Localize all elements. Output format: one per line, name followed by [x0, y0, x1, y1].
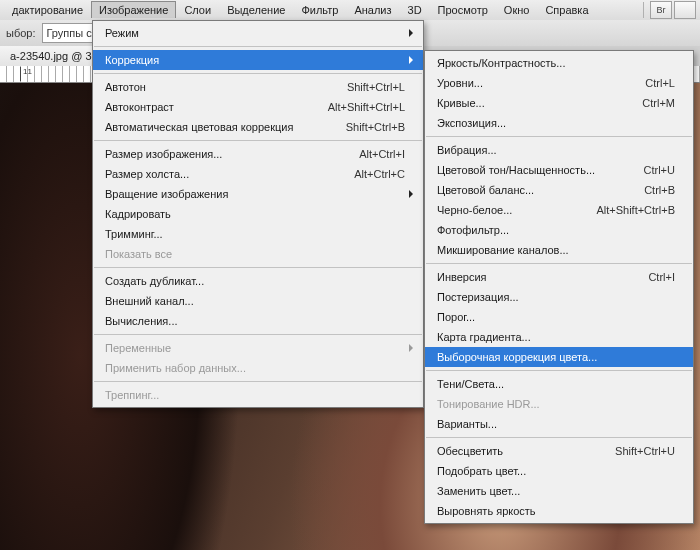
menu-окно[interactable]: Окно [496, 1, 538, 19]
adjust-menu-item[interactable]: Цветовой тон/Насыщенность...Ctrl+U [425, 160, 693, 180]
image-menu-item: Применить набор данных... [93, 358, 423, 378]
bridge-button[interactable]: Br [650, 1, 672, 19]
adjust-menu-item[interactable]: Тени/Света... [425, 374, 693, 394]
menu-item-label: Внешний канал... [105, 295, 405, 307]
menu-item-label: Микширование каналов... [437, 244, 675, 256]
image-menu-item: Показать все [93, 244, 423, 264]
image-menu-item[interactable]: Режим [93, 23, 423, 43]
separator [643, 2, 644, 18]
adjust-menu-item[interactable]: Микширование каналов... [425, 240, 693, 260]
menu-item-label: Подобрать цвет... [437, 465, 675, 477]
menu-item-label: Переменные [105, 342, 405, 354]
menu-item-label: Выровнять яркость [437, 505, 675, 517]
menubar-items: дактированиеИзображениеСлоиВыделениеФиль… [4, 4, 597, 16]
adjust-menu-item[interactable]: ИнверсияCtrl+I [425, 267, 693, 287]
menu-изображение[interactable]: Изображение [91, 1, 176, 18]
menu-item-label: Кривые... [437, 97, 618, 109]
menu-item-label: Черно-белое... [437, 204, 572, 216]
image-menu-item[interactable]: Создать дубликат... [93, 271, 423, 291]
menu-item-label: Цветовой баланс... [437, 184, 620, 196]
adjust-menu-item: Тонирование HDR... [425, 394, 693, 414]
menu-item-label: Яркость/Контрастность... [437, 57, 675, 69]
adjust-menu-item[interactable]: Яркость/Контрастность... [425, 53, 693, 73]
image-menu-item[interactable]: Размер холста...Alt+Ctrl+C [93, 164, 423, 184]
menu-item-shortcut: Alt+Shift+Ctrl+B [596, 204, 675, 216]
image-menu-item[interactable]: АвтоконтрастAlt+Shift+Ctrl+L [93, 97, 423, 117]
menu-дактирование[interactable]: дактирование [4, 1, 91, 19]
menu-item-label: Уровни... [437, 77, 621, 89]
adjust-menu-item[interactable]: Кривые...Ctrl+M [425, 93, 693, 113]
menu-item-label: Инверсия [437, 271, 624, 283]
image-menu-item[interactable]: Внешний канал... [93, 291, 423, 311]
menu-item-label: Заменить цвет... [437, 485, 675, 497]
adjust-menu-item[interactable]: Постеризация... [425, 287, 693, 307]
menu-слои[interactable]: Слои [176, 1, 219, 19]
menu-item-label: Режим [105, 27, 405, 39]
menu-item-label: Автоматическая цветовая коррекция [105, 121, 322, 133]
menu-3d[interactable]: 3D [400, 1, 430, 19]
adjust-menu-item[interactable]: Подобрать цвет... [425, 461, 693, 481]
adjust-menu-item[interactable]: Выборочная коррекция цвета... [425, 347, 693, 367]
menu-item-label: Цветовой тон/Насыщенность... [437, 164, 620, 176]
menu-item-label: Автоконтраст [105, 101, 304, 113]
menu-item-shortcut: Ctrl+I [648, 271, 675, 283]
adjust-menu-item[interactable]: ОбесцветитьShift+Ctrl+U [425, 441, 693, 461]
image-menu-item: Треппинг... [93, 385, 423, 405]
menu-item-label: Постеризация... [437, 291, 675, 303]
menu-item-shortcut: Alt+Ctrl+I [359, 148, 405, 160]
menu-фильтр[interactable]: Фильтр [293, 1, 346, 19]
menu-справка[interactable]: Справка [537, 1, 596, 19]
adjust-menu-item[interactable]: Выровнять яркость [425, 501, 693, 521]
menu-item-label: Коррекция [105, 54, 405, 66]
menu-item-label: Вибрация... [437, 144, 675, 156]
menu-item-label: Размер холста... [105, 168, 330, 180]
menu-item-label: Автотон [105, 81, 323, 93]
menu-item-shortcut: Shift+Ctrl+U [615, 445, 675, 457]
menu-item-label: Треппинг... [105, 389, 405, 401]
menu-item-label: Создать дубликат... [105, 275, 405, 287]
menu-item-shortcut: Alt+Ctrl+C [354, 168, 405, 180]
menu-item-label: Экспозиция... [437, 117, 675, 129]
menu-выделение[interactable]: Выделение [219, 1, 293, 19]
image-menu-item[interactable]: Тримминг... [93, 224, 423, 244]
adjust-menu-item[interactable]: Вибрация... [425, 140, 693, 160]
adjust-menu-item[interactable]: Черно-белое...Alt+Shift+Ctrl+B [425, 200, 693, 220]
menu-item-shortcut: Ctrl+M [642, 97, 675, 109]
adjust-menu-item[interactable]: Карта градиента... [425, 327, 693, 347]
menu-item-label: Тени/Света... [437, 378, 675, 390]
menu-item-label: Фотофильтр... [437, 224, 675, 236]
image-menu-item[interactable]: Вращение изображения [93, 184, 423, 204]
menu-анализ[interactable]: Анализ [346, 1, 399, 19]
menu-item-shortcut: Shift+Ctrl+B [346, 121, 405, 133]
menu-item-label: Тримминг... [105, 228, 405, 240]
menu-item-label: Выборочная коррекция цвета... [437, 351, 675, 363]
menu-item-shortcut: Alt+Shift+Ctrl+L [328, 101, 405, 113]
menu-item-label: Порог... [437, 311, 675, 323]
image-menu-item[interactable]: Автоматическая цветовая коррекцияShift+C… [93, 117, 423, 137]
image-menu-item[interactable]: АвтотонShift+Ctrl+L [93, 77, 423, 97]
menu-item-label: Варианты... [437, 418, 675, 430]
menubar: дактированиеИзображениеСлоиВыделениеФиль… [0, 0, 700, 21]
adjust-menu-item[interactable]: Экспозиция... [425, 113, 693, 133]
image-menu-item[interactable]: Кадрировать [93, 204, 423, 224]
adjust-menu-item[interactable]: Варианты... [425, 414, 693, 434]
toolbar-icon[interactable] [674, 1, 696, 19]
adjust-menu-item[interactable]: Порог... [425, 307, 693, 327]
adjust-menu-item[interactable]: Уровни...Ctrl+L [425, 73, 693, 93]
menu-item-shortcut: Ctrl+B [644, 184, 675, 196]
menu-item-label: Вычисления... [105, 315, 405, 327]
image-menu-item[interactable]: Вычисления... [93, 311, 423, 331]
adjust-menu-item[interactable]: Фотофильтр... [425, 220, 693, 240]
menu-item-label: Карта градиента... [437, 331, 675, 343]
menu-просмотр[interactable]: Просмотр [430, 1, 496, 19]
menu-item-label: Обесцветить [437, 445, 591, 457]
image-menu-item[interactable]: Размер изображения...Alt+Ctrl+I [93, 144, 423, 164]
menu-item-label: Размер изображения... [105, 148, 335, 160]
ruler-mark: 11 [20, 67, 32, 81]
menu-item-label: Вращение изображения [105, 188, 405, 200]
options-label: ыбор: [6, 27, 36, 39]
image-menu-item[interactable]: Коррекция [93, 50, 423, 70]
menu-item-label: Показать все [105, 248, 405, 260]
adjust-menu-item[interactable]: Заменить цвет... [425, 481, 693, 501]
adjust-menu-item[interactable]: Цветовой баланс...Ctrl+B [425, 180, 693, 200]
